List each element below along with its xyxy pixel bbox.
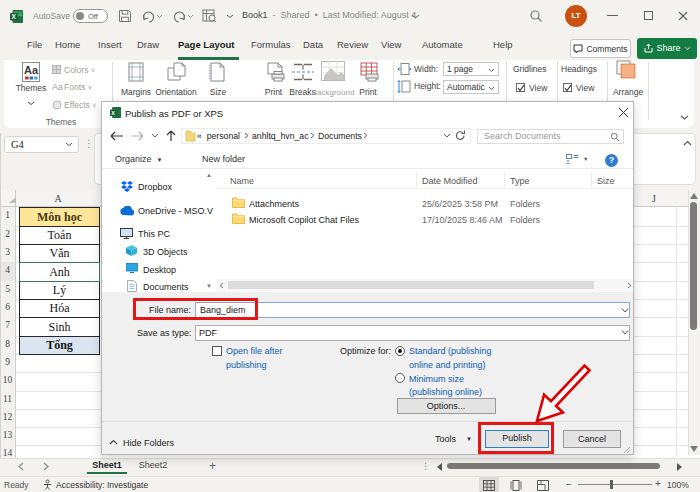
svg-text:X: X (12, 13, 17, 20)
svg-text:X: X (111, 110, 115, 116)
svg-text:Aa: Aa (24, 64, 39, 76)
